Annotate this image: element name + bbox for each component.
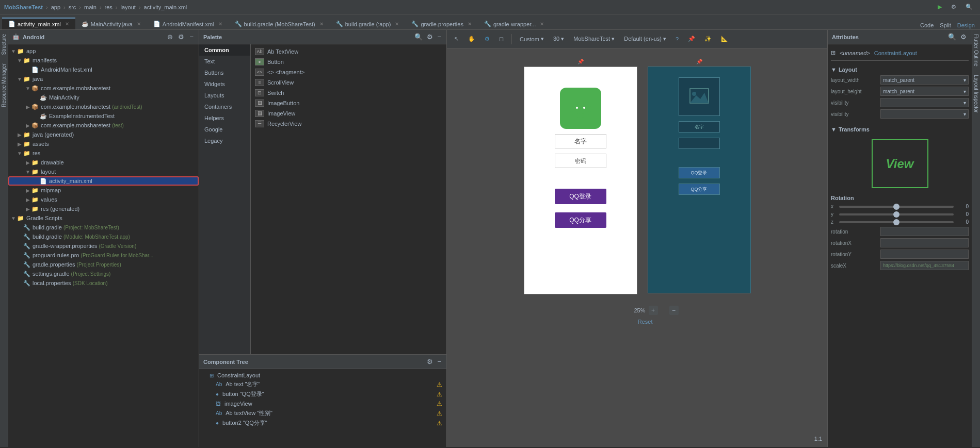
design-tool-magic[interactable]: ✨ — [701, 35, 715, 43]
comp-tree-imageview[interactable]: 🖼 imageView ⚠ — [199, 399, 446, 408]
comp-tree-settings-btn[interactable]: ⚙ — [426, 357, 434, 367]
breadcrumb-res[interactable]: res — [105, 4, 113, 10]
tab-gradle-wrapper[interactable]: 🔧 gradle-wrapper... ✕ — [478, 18, 551, 29]
palette-sort-btn[interactable]: ⚙ — [426, 32, 434, 42]
tab-build-gradle-2[interactable]: 🔧 build.gradle (:app) ✕ — [330, 18, 406, 29]
locale-dropdown[interactable]: Default (en-us) ▾ — [621, 35, 669, 43]
close-tab-1[interactable]: ✕ — [137, 21, 141, 27]
design-tool-hand[interactable]: ✋ — [465, 35, 478, 43]
tree-item-mipmap[interactable]: ▶ 📁 mipmap — [8, 186, 199, 195]
rotation-x-thumb[interactable] — [893, 204, 899, 210]
tree-item-java[interactable]: ▼ 📁 java — [8, 74, 199, 84]
tree-toggle-androidtest[interactable]: ▶ — [25, 104, 31, 110]
comp-tree-minimize-btn[interactable]: − — [436, 357, 442, 367]
build-button[interactable]: ⚙ — [948, 3, 959, 11]
tree-toggle-app[interactable]: ▼ — [10, 48, 17, 54]
tab-build-gradle-1[interactable]: 🔧 build.gradle (MobShareTest) ✕ — [229, 18, 330, 29]
comp-tree-button[interactable]: ● button "QQ登录" ⚠ — [199, 389, 446, 399]
project-add-btn[interactable]: ⊕ — [166, 32, 174, 42]
attr-search-btn[interactable]: 🔍 — [947, 32, 957, 42]
design-tool-arrow[interactable]: ↖ — [451, 35, 462, 43]
visibility-dropdown-2[interactable]: ▾ — [880, 109, 969, 119]
project-collapse-btn[interactable]: − — [188, 32, 195, 42]
right-tab-inspector[interactable]: Layout Inspector — [972, 71, 980, 117]
close-tab-2[interactable]: ✕ — [218, 21, 222, 27]
tree-item-assets[interactable]: ▶ 📁 assets — [8, 139, 199, 148]
phone-qq-login-btn[interactable]: QQ登录 — [555, 189, 606, 204]
palette-item-imageview[interactable]: 🖼 ImageView — [251, 108, 446, 119]
tree-toggle-java[interactable]: ▼ — [17, 76, 23, 82]
palette-item-switch[interactable]: ⊡ Switch — [251, 88, 446, 98]
tree-toggle-com[interactable]: ▼ — [25, 86, 31, 91]
tree-toggle-mipmap[interactable]: ▶ — [25, 188, 31, 193]
palette-close-btn[interactable]: − — [436, 32, 442, 42]
palette-cat-buttons[interactable]: Buttons — [199, 67, 250, 78]
rotationY-field[interactable] — [880, 250, 969, 259]
tree-item-settings-gradle[interactable]: 🔧 settings.gradle (Project Settings) — [8, 269, 199, 278]
palette-cat-widgets[interactable]: Widgets — [199, 78, 250, 90]
breadcrumb-main[interactable]: main — [84, 4, 97, 10]
tab-gradle-props[interactable]: 🔧 gradle.properties ✕ — [405, 18, 478, 29]
tree-toggle-manifests[interactable]: ▼ — [17, 58, 23, 63]
tree-item-layout[interactable]: ▼ 📁 layout — [8, 167, 199, 176]
rotation-field[interactable] — [880, 227, 969, 236]
palette-cat-common[interactable]: Common — [199, 44, 250, 56]
tree-toggle-res-gen[interactable]: ▶ — [25, 206, 31, 212]
palette-cat-legacy[interactable]: Legacy — [199, 135, 250, 146]
layout-width-dropdown[interactable]: match_parent ▾ — [880, 75, 969, 85]
close-tab-5[interactable]: ✕ — [468, 21, 472, 27]
palette-item-textview[interactable]: Ab Ab TextView — [251, 46, 446, 57]
palette-item-scrollview[interactable]: ≡ ScrollView — [251, 77, 446, 88]
tree-item-java-generated[interactable]: ▶ 📁 java (generated) — [8, 130, 199, 139]
tree-toggle-layout[interactable]: ▼ — [25, 169, 31, 175]
zoom-reset-btn[interactable]: Reset — [638, 319, 653, 325]
design-canvas[interactable]: 📌 — [447, 48, 827, 447]
tree-toggle-test[interactable]: ▶ — [25, 123, 31, 128]
right-tab-flutter[interactable]: Flutter Outline — [972, 30, 980, 71]
breadcrumb-layout[interactable]: layout — [121, 4, 136, 10]
palette-search-btn[interactable]: 🔍 — [413, 32, 424, 42]
tree-item-example-instrumented[interactable]: ☕ ExampleInstrumentedTest — [8, 111, 199, 121]
tree-toggle-drawable[interactable]: ▶ — [25, 160, 31, 165]
comp-tree-textview[interactable]: Ab Ab textView "性别" ⚠ — [199, 408, 446, 418]
comp-tree-text[interactable]: Ab Ab text "名字" ⚠ — [199, 379, 446, 389]
rotation-z-track[interactable] — [839, 221, 954, 223]
run-button[interactable]: ▶ — [935, 3, 945, 11]
breadcrumb-src[interactable]: src — [69, 4, 76, 10]
tree-item-androidtest[interactable]: ▶ 📦 com.example.mobsharetest (androidTes… — [8, 102, 199, 111]
comp-tree-constraint-layout[interactable]: ⊞ ConstraintLayout — [199, 371, 446, 379]
tab-androidmanifest[interactable]: 📄 AndroidManifest.xml ✕ — [147, 18, 229, 29]
tab-code-btn[interactable]: Code — [917, 21, 937, 29]
left-tab-resource[interactable]: Resource Manager — [0, 59, 8, 111]
palette-item-recyclerview[interactable]: ☰ RecyclerView — [251, 119, 446, 129]
tree-item-gradle-scripts[interactable]: ▼ 📁 Gradle Scripts — [8, 213, 199, 223]
tree-item-app[interactable]: ▼ 📁 app — [8, 46, 199, 56]
tree-item-manifests[interactable]: ▼ 📁 manifests — [8, 56, 199, 65]
help-btn[interactable]: ? — [672, 35, 682, 43]
breadcrumb-app[interactable]: app — [51, 4, 60, 10]
visibility-dropdown[interactable]: ▾ — [880, 98, 969, 107]
collapse-transforms-icon[interactable]: ▼ — [831, 126, 837, 132]
tree-item-build-gradle-app[interactable]: 🔧 build.gradle (Module: MobShareTest.app… — [8, 232, 199, 241]
palette-item-fragment[interactable]: <> <> <fragment> — [251, 67, 446, 77]
tree-item-androidmanifest[interactable]: 📄 AndroidManifest.xml — [8, 65, 199, 74]
api-dropdown[interactable]: 30 ▾ — [550, 35, 567, 43]
tree-toggle-assets[interactable]: ▶ — [17, 141, 23, 147]
collapse-layout-icon[interactable]: ▼ — [831, 67, 837, 73]
tree-item-proguard[interactable]: 🔧 proguard-rules.pro (ProGuard Rules for… — [8, 251, 199, 260]
rotationX-field[interactable] — [880, 238, 969, 247]
tree-item-activity-main[interactable]: 📄 activity_main.xml — [8, 176, 199, 186]
tree-item-gradle-wrapper[interactable]: 🔧 gradle-wrapper.properties (Gradle Vers… — [8, 241, 199, 251]
tree-item-values[interactable]: ▶ 📁 values — [8, 195, 199, 204]
breadcrumb-file[interactable]: activity_main.xml — [144, 4, 187, 10]
tree-toggle-java-gen[interactable]: ▶ — [17, 132, 23, 138]
tree-item-res-generated[interactable]: ▶ 📁 res (generated) — [8, 204, 199, 213]
palette-cat-text[interactable]: Text — [199, 56, 250, 67]
rotation-y-track[interactable] — [839, 213, 954, 215]
rotation-y-thumb[interactable] — [893, 211, 899, 218]
palette-item-imagebutton[interactable]: 🖼 ImageButton — [251, 98, 446, 108]
palette-cat-google[interactable]: Google — [199, 124, 250, 135]
design-tool-config[interactable]: ⚙ — [481, 35, 493, 43]
tree-item-test[interactable]: ▶ 📦 com.example.mobsharetest (test) — [8, 121, 199, 130]
zoom-out-btn[interactable]: − — [669, 306, 679, 315]
